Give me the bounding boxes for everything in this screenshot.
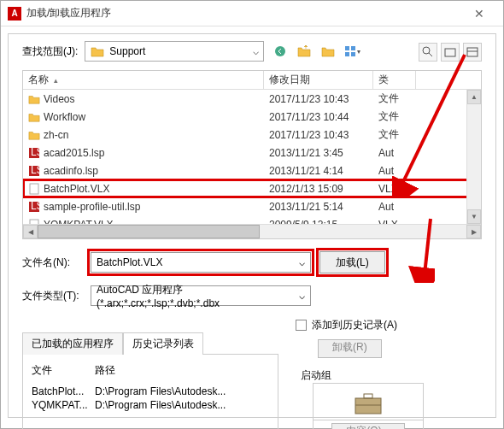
filetype-row: 文件类型(T): AutoCAD 应用程序(*.arx;*.crx;*.lsp;… — [22, 285, 482, 306]
locate-icon[interactable] — [441, 43, 460, 62]
file-row[interactable]: zh-cn2017/11/23 10:43文件 — [23, 126, 481, 144]
tab-loaded[interactable]: 已加载的应用程序 — [22, 332, 123, 355]
svg-rect-6 — [345, 46, 349, 50]
tab-history[interactable]: 历史记录列表 — [123, 332, 203, 355]
folder-icon — [28, 129, 40, 141]
doc-icon — [28, 183, 40, 195]
folder-icon — [91, 45, 104, 57]
svg-rect-3 — [467, 48, 478, 56]
list-header: 名称▴ 修改日期 类 — [23, 71, 481, 90]
find-file-icon[interactable] — [419, 43, 437, 62]
titlebar: A 加载/卸载应用程序 ✕ — [1, 1, 503, 26]
chevron-down-icon: ⌵ — [299, 256, 305, 268]
scroll-left-icon[interactable]: ◀ — [23, 225, 38, 238]
unload-button[interactable]: 卸载(R) — [318, 339, 382, 358]
folder-icon — [28, 93, 40, 105]
svg-rect-8 — [345, 52, 349, 56]
scroll-down-icon[interactable]: ▼ — [467, 209, 481, 224]
tabs: 已加载的应用程序 历史记录列表 — [22, 332, 278, 354]
load-button[interactable]: 加载(L) — [319, 251, 385, 273]
filename-label: 文件名(N): — [22, 256, 82, 270]
vertical-scrollbar[interactable]: ▲ ▼ — [466, 90, 481, 224]
column-type[interactable]: 类 — [373, 71, 416, 89]
add-history-checkbox[interactable] — [296, 320, 307, 331]
file-list: 名称▴ 修改日期 类 Videos2017/11/23 10:43文件Workf… — [22, 70, 482, 239]
preview-icon[interactable] — [463, 43, 482, 62]
column-name[interactable]: 名称▴ — [23, 71, 264, 89]
column-date[interactable]: 修改日期 — [264, 71, 373, 89]
add-history-row: 添加到历史记录(A) — [296, 318, 482, 332]
lsp-icon: LSP — [28, 201, 40, 213]
lsp-icon: LSP — [28, 165, 40, 177]
filetype-label: 文件类型(T): — [22, 289, 82, 303]
scroll-right-icon[interactable]: ▶ — [466, 225, 481, 238]
loaded-row[interactable]: BatchPlot...D:\Program Files\Autodesk... — [26, 385, 274, 398]
nav-toolbar: ▾ — [271, 42, 361, 61]
right-panel: 添加到历史记录(A) 卸载(R) 启动组 内容(O)... — [296, 318, 482, 429]
list-body[interactable]: Videos2017/11/23 10:43文件Workflow2017/11/… — [23, 90, 481, 224]
loaded-apps-list[interactable]: 文件 路径 BatchPlot...D:\Program Files\Autod… — [22, 354, 278, 429]
file-row[interactable]: Videos2017/11/23 10:43文件 — [23, 90, 481, 108]
loaded-col-file: 文件 — [32, 363, 95, 378]
sort-asc-icon: ▴ — [54, 76, 58, 85]
loaded-row[interactable]: YQMKPAT...D:\Program Files\Autodesk... — [26, 398, 274, 412]
filename-input[interactable]: BatchPlot.VLX ⌵ — [91, 252, 311, 273]
dialog-window: A 加载/卸载应用程序 ✕ 查找范围(J): Support ⌵ ▾ — [0, 0, 504, 429]
svg-rect-9 — [351, 52, 355, 56]
svg-text:LSP: LSP — [31, 147, 40, 158]
svg-rect-14 — [30, 184, 38, 194]
folder-icon — [28, 111, 40, 123]
startup-group-label: 启动组 — [301, 368, 482, 383]
file-row[interactable]: YQMKPAT.VLX2009/5/9 12:15VLX — [23, 215, 481, 224]
svg-rect-2 — [445, 49, 455, 56]
scroll-up-icon[interactable]: ▲ — [467, 90, 481, 104]
scroll-thumb[interactable] — [38, 225, 260, 238]
chevron-down-icon: ⌵ — [248, 45, 263, 57]
briefcase-icon[interactable] — [351, 391, 385, 416]
close-button[interactable]: ✕ — [462, 7, 496, 21]
startup-box: 内容(O)... — [313, 383, 424, 429]
back-icon[interactable] — [271, 42, 290, 61]
look-in-label: 查找范围(J): — [22, 44, 78, 59]
file-row[interactable]: Workflow2017/11/23 10:44文件 — [23, 108, 481, 126]
svg-rect-7 — [351, 46, 355, 50]
svg-text:LSP: LSP — [31, 165, 40, 176]
dialog-body: 查找范围(J): Support ⌵ ▾ 名称▴ 修改日期 类 Videos20… — [8, 33, 496, 418]
chevron-down-icon: ⌵ — [299, 290, 305, 302]
up-folder-icon[interactable] — [295, 42, 314, 61]
contents-button[interactable]: 内容(O)... — [331, 423, 404, 429]
svg-rect-19 — [364, 394, 372, 398]
svg-line-1 — [429, 53, 432, 56]
svg-point-0 — [423, 47, 430, 54]
svg-rect-18 — [355, 398, 381, 414]
views-icon[interactable]: ▾ — [343, 42, 361, 61]
file-row[interactable]: BatchPlot.VLX2012/1/13 15:09VLX — [23, 179, 481, 197]
file-row[interactable]: LSPacadinfo.lsp2013/11/21 4:14Aut — [23, 162, 481, 179]
svg-text:LSP: LSP — [31, 201, 40, 212]
svg-point-5 — [275, 46, 285, 56]
add-history-label: 添加到历史记录(A) — [312, 318, 397, 332]
horizontal-scrollbar[interactable]: ◀ ▶ — [23, 224, 481, 238]
look-in-combo[interactable]: Support ⌵ — [85, 41, 264, 62]
look-in-row: 查找范围(J): Support ⌵ ▾ — [22, 41, 482, 62]
loaded-col-path: 路径 — [95, 363, 269, 378]
filetype-combo[interactable]: AutoCAD 应用程序(*.arx;*.crx;*.lsp;*.dvb;*.d… — [91, 285, 311, 306]
look-in-value: Support — [109, 45, 248, 57]
file-row[interactable]: LSPsample-profile-util.lsp2013/11/21 5:1… — [23, 197, 481, 215]
file-row[interactable]: LSPacad2015.lsp2013/11/21 3:45Aut — [23, 144, 481, 162]
top-right-toolbar — [419, 43, 482, 62]
app-icon: A — [8, 7, 21, 21]
filename-row: 文件名(N): BatchPlot.VLX ⌵ 加载(L) — [22, 251, 482, 273]
lsp-icon: LSP — [28, 147, 40, 159]
new-folder-icon[interactable] — [319, 42, 337, 61]
window-title: 加载/卸载应用程序 — [26, 6, 462, 21]
